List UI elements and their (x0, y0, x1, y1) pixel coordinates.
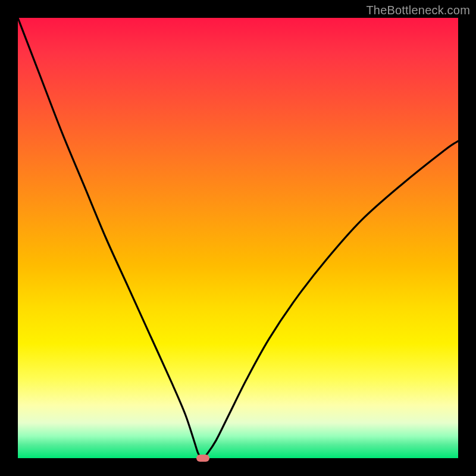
chart-frame: TheBottleneck.com (0, 0, 476, 476)
watermark-text: TheBottleneck.com (366, 4, 470, 17)
bottleneck-curve (18, 18, 458, 458)
plot-area (18, 18, 458, 458)
optimal-point-marker (196, 455, 209, 462)
